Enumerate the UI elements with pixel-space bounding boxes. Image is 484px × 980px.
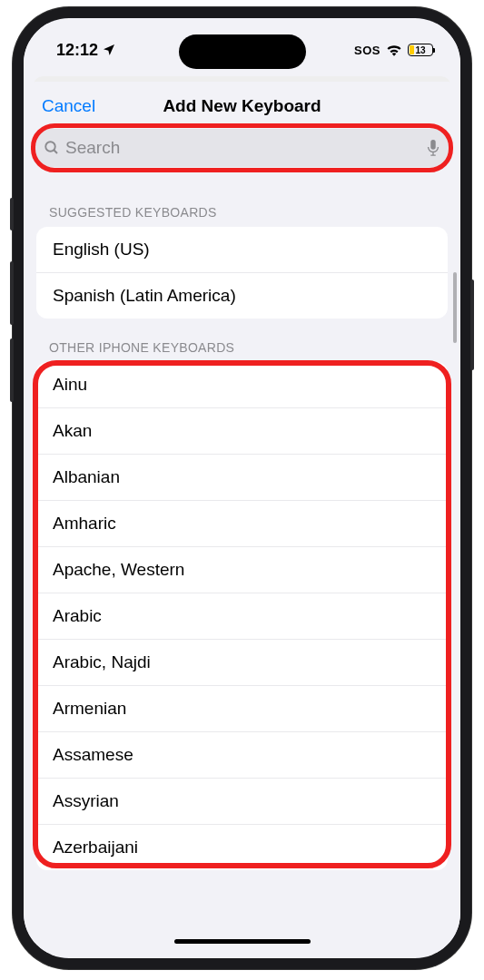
- svg-point-0: [45, 142, 55, 152]
- side-button: [10, 198, 14, 230]
- list-item[interactable]: Arabic: [36, 593, 448, 639]
- location-icon: [102, 43, 116, 57]
- status-time: 12:12: [56, 41, 98, 60]
- svg-line-1: [54, 150, 57, 153]
- wifi-icon: [386, 44, 402, 56]
- home-indicator[interactable]: [174, 939, 311, 944]
- scroll-indicator[interactable]: [453, 272, 457, 343]
- list-item[interactable]: Assamese: [36, 731, 448, 778]
- screen: 12:12 SOS 13 Cancel Add New Keyboard: [24, 18, 460, 958]
- volume-down-button: [10, 338, 14, 402]
- battery-level: 13: [409, 45, 432, 55]
- list-item[interactable]: Armenian: [36, 685, 448, 731]
- list-item[interactable]: Amharic: [36, 500, 448, 546]
- search-field[interactable]: [33, 129, 451, 167]
- search-icon: [44, 140, 60, 156]
- section-header-other: OTHER IPHONE KEYBOARDS: [24, 318, 460, 362]
- list-item[interactable]: Ainu: [36, 362, 448, 407]
- list-item[interactable]: Assyrian: [36, 778, 448, 824]
- section-header-suggested: SUGGESTED KEYBOARDS: [24, 183, 460, 227]
- list-item[interactable]: Apache, Western: [36, 546, 448, 593]
- list-item[interactable]: Spanish (Latin America): [36, 272, 448, 318]
- mic-icon[interactable]: [426, 139, 440, 157]
- suggested-list: English (US) Spanish (Latin America): [36, 227, 448, 318]
- power-button: [470, 279, 474, 370]
- search-input[interactable]: [65, 138, 420, 158]
- list-item[interactable]: Azerbaijani: [36, 824, 448, 870]
- cancel-button[interactable]: Cancel: [42, 96, 95, 116]
- page-title: Add New Keyboard: [163, 96, 321, 116]
- list-item[interactable]: Albanian: [36, 454, 448, 500]
- search-container: [33, 129, 451, 167]
- battery-icon: 13: [408, 44, 433, 56]
- volume-up-button: [10, 261, 14, 325]
- other-list: Ainu Akan Albanian Amharic Apache, Weste…: [36, 362, 448, 870]
- list-item[interactable]: Akan: [36, 407, 448, 454]
- sos-indicator: SOS: [354, 44, 380, 57]
- list-item[interactable]: English (US): [36, 227, 448, 272]
- other-list-container: Ainu Akan Albanian Amharic Apache, Weste…: [36, 362, 448, 870]
- svg-rect-2: [430, 140, 435, 150]
- phone-frame: 12:12 SOS 13 Cancel Add New Keyboard: [13, 7, 471, 969]
- sheet-header: Cancel Add New Keyboard: [24, 82, 460, 129]
- list-item[interactable]: Arabic, Najdi: [36, 639, 448, 685]
- dynamic-island: [179, 34, 306, 69]
- modal-sheet: Cancel Add New Keyboard SUGGESTED KEYBOA…: [24, 82, 460, 953]
